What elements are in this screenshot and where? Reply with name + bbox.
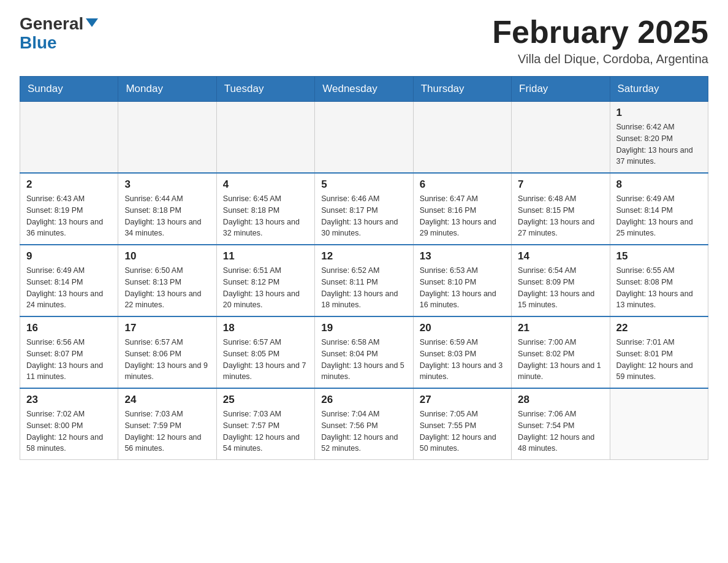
day-number: 1 <box>616 107 702 119</box>
day-info: Sunrise: 6:45 AM Sunset: 8:18 PM Dayligh… <box>223 193 308 239</box>
day-info: Sunrise: 6:59 AM Sunset: 8:03 PM Dayligh… <box>420 337 505 383</box>
day-number: 12 <box>321 250 406 262</box>
day-number: 24 <box>124 394 210 406</box>
calendar-header-row: Sunday Monday Tuesday Wednesday Thursday… <box>20 77 708 102</box>
day-info: Sunrise: 6:50 AM Sunset: 8:13 PM Dayligh… <box>124 265 210 311</box>
day-number: 11 <box>223 250 308 262</box>
day-info: Sunrise: 7:05 AM Sunset: 7:55 PM Dayligh… <box>420 408 505 454</box>
day-number: 14 <box>518 250 603 262</box>
table-row: 7Sunrise: 6:48 AM Sunset: 8:15 PM Daylig… <box>512 173 610 245</box>
day-number: 28 <box>518 394 603 406</box>
day-number: 7 <box>518 178 603 191</box>
day-info: Sunrise: 6:58 AM Sunset: 8:04 PM Dayligh… <box>321 337 406 383</box>
logo-arrow-icon <box>86 18 98 27</box>
table-row: 5Sunrise: 6:46 AM Sunset: 8:17 PM Daylig… <box>315 173 413 245</box>
table-row <box>413 102 511 174</box>
day-info: Sunrise: 6:53 AM Sunset: 8:10 PM Dayligh… <box>420 265 505 311</box>
col-monday: Monday <box>118 77 216 102</box>
day-number: 5 <box>321 178 406 191</box>
calendar-week-row: 1Sunrise: 6:42 AM Sunset: 8:20 PM Daylig… <box>20 102 708 174</box>
day-number: 20 <box>420 322 505 334</box>
month-year-title: February 2025 <box>492 15 708 50</box>
day-info: Sunrise: 6:42 AM Sunset: 8:20 PM Dayligh… <box>616 121 702 167</box>
table-row: 13Sunrise: 6:53 AM Sunset: 8:10 PM Dayli… <box>413 245 511 316</box>
col-thursday: Thursday <box>413 77 511 102</box>
day-number: 4 <box>223 178 308 191</box>
day-info: Sunrise: 7:02 AM Sunset: 8:00 PM Dayligh… <box>26 408 112 454</box>
day-info: Sunrise: 6:46 AM Sunset: 8:17 PM Dayligh… <box>321 193 406 239</box>
col-friday: Friday <box>512 77 610 102</box>
table-row: 14Sunrise: 6:54 AM Sunset: 8:09 PM Dayli… <box>512 245 610 316</box>
day-info: Sunrise: 6:49 AM Sunset: 8:14 PM Dayligh… <box>616 193 702 239</box>
day-info: Sunrise: 6:54 AM Sunset: 8:09 PM Dayligh… <box>518 265 603 311</box>
table-row: 23Sunrise: 7:02 AM Sunset: 8:00 PM Dayli… <box>20 388 118 460</box>
logo-text: GeneralBlue <box>20 15 98 53</box>
day-number: 22 <box>616 322 702 334</box>
table-row: 27Sunrise: 7:05 AM Sunset: 7:55 PM Dayli… <box>413 388 511 460</box>
day-info: Sunrise: 6:49 AM Sunset: 8:14 PM Dayligh… <box>26 265 112 311</box>
table-row: 22Sunrise: 7:01 AM Sunset: 8:01 PM Dayli… <box>610 316 708 388</box>
day-info: Sunrise: 6:57 AM Sunset: 8:05 PM Dayligh… <box>223 337 308 383</box>
table-row: 25Sunrise: 7:03 AM Sunset: 7:57 PM Dayli… <box>216 388 314 460</box>
day-info: Sunrise: 6:51 AM Sunset: 8:12 PM Dayligh… <box>223 265 308 311</box>
day-number: 25 <box>223 394 308 406</box>
day-number: 27 <box>420 394 505 406</box>
day-number: 17 <box>124 322 210 334</box>
calendar-week-row: 9Sunrise: 6:49 AM Sunset: 8:14 PM Daylig… <box>20 245 708 316</box>
table-row <box>20 102 118 174</box>
logo: GeneralBlue <box>20 15 98 53</box>
table-row: 6Sunrise: 6:47 AM Sunset: 8:16 PM Daylig… <box>413 173 511 245</box>
col-saturday: Saturday <box>610 77 708 102</box>
table-row: 21Sunrise: 7:00 AM Sunset: 8:02 PM Dayli… <box>512 316 610 388</box>
table-row: 20Sunrise: 6:59 AM Sunset: 8:03 PM Dayli… <box>413 316 511 388</box>
day-info: Sunrise: 7:01 AM Sunset: 8:01 PM Dayligh… <box>616 337 702 383</box>
day-info: Sunrise: 6:56 AM Sunset: 8:07 PM Dayligh… <box>26 337 112 383</box>
calendar-week-row: 16Sunrise: 6:56 AM Sunset: 8:07 PM Dayli… <box>20 316 708 388</box>
col-wednesday: Wednesday <box>315 77 413 102</box>
day-info: Sunrise: 6:47 AM Sunset: 8:16 PM Dayligh… <box>420 193 505 239</box>
day-number: 9 <box>26 250 112 262</box>
table-row: 9Sunrise: 6:49 AM Sunset: 8:14 PM Daylig… <box>20 245 118 316</box>
day-info: Sunrise: 7:00 AM Sunset: 8:02 PM Dayligh… <box>518 337 603 383</box>
table-row: 12Sunrise: 6:52 AM Sunset: 8:11 PM Dayli… <box>315 245 413 316</box>
page-header: GeneralBlue February 2025 Villa del Diqu… <box>20 15 708 66</box>
table-row: 2Sunrise: 6:43 AM Sunset: 8:19 PM Daylig… <box>20 173 118 245</box>
table-row: 10Sunrise: 6:50 AM Sunset: 8:13 PM Dayli… <box>118 245 216 316</box>
day-number: 19 <box>321 322 406 334</box>
day-info: Sunrise: 6:48 AM Sunset: 8:15 PM Dayligh… <box>518 193 603 239</box>
day-number: 16 <box>26 322 112 334</box>
table-row <box>216 102 314 174</box>
day-number: 6 <box>420 178 505 191</box>
table-row: 18Sunrise: 6:57 AM Sunset: 8:05 PM Dayli… <box>216 316 314 388</box>
table-row: 8Sunrise: 6:49 AM Sunset: 8:14 PM Daylig… <box>610 173 708 245</box>
day-number: 23 <box>26 394 112 406</box>
day-info: Sunrise: 6:57 AM Sunset: 8:06 PM Dayligh… <box>124 337 210 383</box>
day-number: 21 <box>518 322 603 334</box>
day-info: Sunrise: 7:03 AM Sunset: 7:57 PM Dayligh… <box>223 408 308 454</box>
table-row <box>610 388 708 460</box>
day-number: 15 <box>616 250 702 262</box>
calendar-table: Sunday Monday Tuesday Wednesday Thursday… <box>20 76 708 460</box>
table-row: 26Sunrise: 7:04 AM Sunset: 7:56 PM Dayli… <box>315 388 413 460</box>
day-info: Sunrise: 7:06 AM Sunset: 7:54 PM Dayligh… <box>518 408 603 454</box>
table-row: 17Sunrise: 6:57 AM Sunset: 8:06 PM Dayli… <box>118 316 216 388</box>
day-info: Sunrise: 6:52 AM Sunset: 8:11 PM Dayligh… <box>321 265 406 311</box>
calendar-week-row: 23Sunrise: 7:02 AM Sunset: 8:00 PM Dayli… <box>20 388 708 460</box>
table-row <box>512 102 610 174</box>
logo-blue-text: Blue <box>20 33 57 52</box>
day-info: Sunrise: 7:03 AM Sunset: 7:59 PM Dayligh… <box>124 408 210 454</box>
location-subtitle: Villa del Dique, Cordoba, Argentina <box>492 52 708 66</box>
day-number: 3 <box>124 178 210 191</box>
day-number: 26 <box>321 394 406 406</box>
day-info: Sunrise: 6:55 AM Sunset: 8:08 PM Dayligh… <box>616 265 702 311</box>
table-row: 24Sunrise: 7:03 AM Sunset: 7:59 PM Dayli… <box>118 388 216 460</box>
table-row: 28Sunrise: 7:06 AM Sunset: 7:54 PM Dayli… <box>512 388 610 460</box>
table-row: 15Sunrise: 6:55 AM Sunset: 8:08 PM Dayli… <box>610 245 708 316</box>
table-row: 16Sunrise: 6:56 AM Sunset: 8:07 PM Dayli… <box>20 316 118 388</box>
col-tuesday: Tuesday <box>216 77 314 102</box>
table-row: 3Sunrise: 6:44 AM Sunset: 8:18 PM Daylig… <box>118 173 216 245</box>
table-row: 19Sunrise: 6:58 AM Sunset: 8:04 PM Dayli… <box>315 316 413 388</box>
day-number: 2 <box>26 178 112 191</box>
col-sunday: Sunday <box>20 77 118 102</box>
day-info: Sunrise: 6:44 AM Sunset: 8:18 PM Dayligh… <box>124 193 210 239</box>
